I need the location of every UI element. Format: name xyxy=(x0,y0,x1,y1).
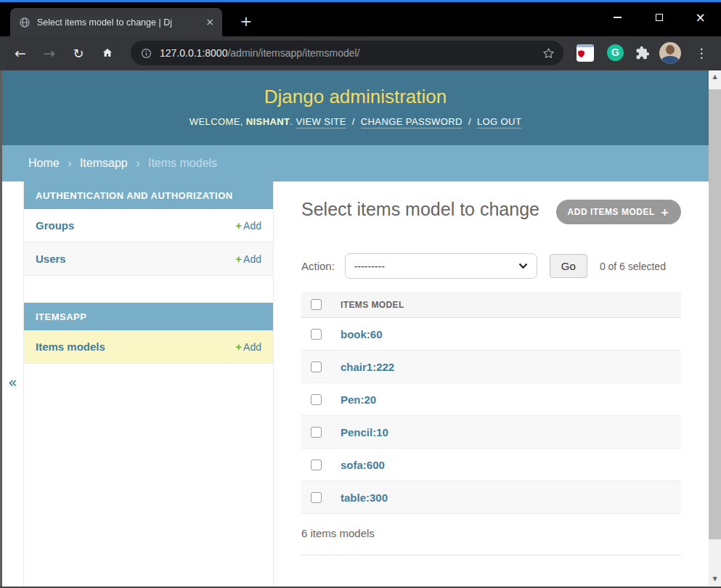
new-tab-button[interactable]: + xyxy=(236,12,256,32)
mcafee-extension-icon[interactable] xyxy=(577,44,594,62)
row-checkbox[interactable] xyxy=(311,460,322,470)
browser-menu-icon[interactable]: ⋮ xyxy=(691,43,712,63)
change-password-link[interactable]: CHANGE PASSWORD xyxy=(361,116,463,128)
collapse-sidebar-icon[interactable]: « xyxy=(2,374,23,391)
table-row: chair1:222 xyxy=(301,351,681,383)
row-checkbox[interactable] xyxy=(311,394,322,405)
bookmark-star-icon[interactable] xyxy=(542,47,555,60)
select-all-checkbox[interactable] xyxy=(311,299,322,310)
mcafee-shield-icon xyxy=(577,49,586,59)
sidebar-toggle-strip: « xyxy=(2,181,24,587)
changelist-table: ITEMS MODEL book:60 chair1:222 Pen:20 xyxy=(301,292,681,555)
item-link[interactable]: table:300 xyxy=(341,491,388,504)
username: NISHANT xyxy=(246,116,290,127)
close-icon: × xyxy=(695,12,705,24)
plus-icon: + xyxy=(661,208,669,216)
maximize-button[interactable] xyxy=(638,2,680,33)
table-header-row: ITEMS MODEL xyxy=(301,292,681,318)
back-icon[interactable]: ← xyxy=(10,43,30,63)
url-path: /admin/itemsapp/itemsmodel/ xyxy=(227,47,359,59)
forward-icon[interactable]: → xyxy=(39,43,60,63)
browser-window: Select items model to change | Dj × + × … xyxy=(0,0,721,588)
table-row: sofa:600 xyxy=(301,449,681,481)
auth-module: AUTHENTICATION AND AUTHORIZATION Groups … xyxy=(24,181,273,276)
go-button[interactable]: Go xyxy=(550,254,587,278)
add-items-model-button[interactable]: ADD ITEMS MODEL + xyxy=(556,200,681,224)
items-models-add-link[interactable]: +Add xyxy=(235,340,261,353)
users-link[interactable]: Users xyxy=(36,253,66,265)
item-link[interactable]: Pencil:10 xyxy=(341,426,388,438)
reload-icon[interactable]: ↻ xyxy=(68,43,89,63)
nav-sidebar: AUTHENTICATION AND AUTHORIZATION Groups … xyxy=(24,181,273,587)
main-content: Select items model to change ADD ITEMS M… xyxy=(273,181,709,587)
items-models-link[interactable]: Items models xyxy=(36,340,105,353)
row-checkbox[interactable] xyxy=(311,492,322,503)
profile-avatar[interactable] xyxy=(659,42,681,64)
itemsapp-module: ITEMSAPP Items models +Add xyxy=(24,303,273,364)
link-separator: / xyxy=(468,116,471,127)
table-row: book:60 xyxy=(301,318,681,351)
row-checkbox[interactable] xyxy=(311,329,322,340)
breadcrumb-itemsapp[interactable]: Itemsapp xyxy=(80,157,128,169)
plus-icon: + xyxy=(235,340,242,353)
groups-link[interactable]: Groups xyxy=(36,219,74,232)
action-select[interactable]: --------- xyxy=(345,253,537,279)
page-info-icon[interactable] xyxy=(141,48,152,59)
add-button-label: ADD ITEMS MODEL xyxy=(568,207,655,217)
table-row: table:300 xyxy=(301,481,681,514)
link-separator: / xyxy=(352,116,355,127)
item-link[interactable]: Pen:20 xyxy=(341,393,376,406)
add-label: Add xyxy=(243,253,261,265)
browser-toolbar: ← → ↻ 127.0.0.1:8000/admin/itemsapp/item… xyxy=(0,36,721,70)
sidebar-item-users: Users +Add xyxy=(24,242,273,276)
tab-title: Select items model to change | Dj xyxy=(37,17,198,28)
url-host: 127.0.0.1:8000 xyxy=(160,47,227,59)
browser-tab[interactable]: Select items model to change | Dj × xyxy=(10,8,222,36)
minimize-button[interactable] xyxy=(597,2,638,33)
home-icon[interactable] xyxy=(97,43,118,63)
page-viewport: Django administration WELCOME, NISHANT. … xyxy=(0,70,709,587)
breadcrumb-separator: › xyxy=(68,157,71,169)
breadcrumb: Home › Itemsapp › Items models xyxy=(2,145,709,181)
view-site-link[interactable]: VIEW SITE xyxy=(296,116,346,128)
tab-close-icon[interactable]: × xyxy=(203,16,216,29)
tab-strip: Select items model to change | Dj × + × xyxy=(0,2,721,36)
breadcrumb-current: Items models xyxy=(148,157,217,169)
groups-add-link[interactable]: +Add xyxy=(235,219,261,232)
scroll-down-icon[interactable]: ▼ xyxy=(709,573,721,585)
itemsapp-module-caption: ITEMSAPP xyxy=(24,303,273,330)
item-link[interactable]: sofa:600 xyxy=(341,459,385,471)
item-link[interactable]: book:60 xyxy=(341,328,383,340)
welcome-period: . xyxy=(290,116,293,127)
chevron-down-icon xyxy=(518,263,528,269)
grammarly-extension-icon[interactable]: G xyxy=(607,44,624,61)
plus-icon: + xyxy=(235,219,242,232)
address-bar[interactable]: 127.0.0.1:8000/admin/itemsapp/itemsmodel… xyxy=(131,41,563,65)
item-link[interactable]: chair1:222 xyxy=(341,361,394,373)
column-header: ITEMS MODEL xyxy=(341,300,404,310)
welcome-text: WELCOME, xyxy=(190,116,243,127)
plus-icon: + xyxy=(235,253,242,265)
paginator: 6 items models xyxy=(301,514,681,555)
table-row: Pen:20 xyxy=(301,383,681,416)
users-add-link[interactable]: +Add xyxy=(235,253,261,265)
site-title[interactable]: Django administration xyxy=(264,70,447,108)
table-row: Pencil:10 xyxy=(301,416,681,449)
breadcrumb-home[interactable]: Home xyxy=(28,157,60,169)
row-checkbox[interactable] xyxy=(311,427,322,438)
extensions-puzzle-icon[interactable] xyxy=(635,46,650,60)
row-checkbox[interactable] xyxy=(311,362,322,372)
selection-counter: 0 of 6 selected xyxy=(600,261,666,272)
page-scrollbar[interactable]: ▲ ▼ xyxy=(709,70,721,587)
window-controls: × xyxy=(597,2,721,33)
scroll-up-icon[interactable]: ▲ xyxy=(709,70,721,83)
close-button[interactable]: × xyxy=(680,2,721,33)
add-label: Add xyxy=(243,220,261,232)
log-out-link[interactable]: LOG OUT xyxy=(477,116,521,128)
sidebar-item-groups: Groups +Add xyxy=(24,209,273,242)
action-selected-value: --------- xyxy=(354,261,385,272)
add-label: Add xyxy=(243,341,261,353)
scrollbar-thumb[interactable] xyxy=(709,89,721,539)
user-tools: WELCOME, NISHANT. VIEW SITE / CHANGE PAS… xyxy=(2,116,709,127)
maximize-icon xyxy=(656,14,663,21)
